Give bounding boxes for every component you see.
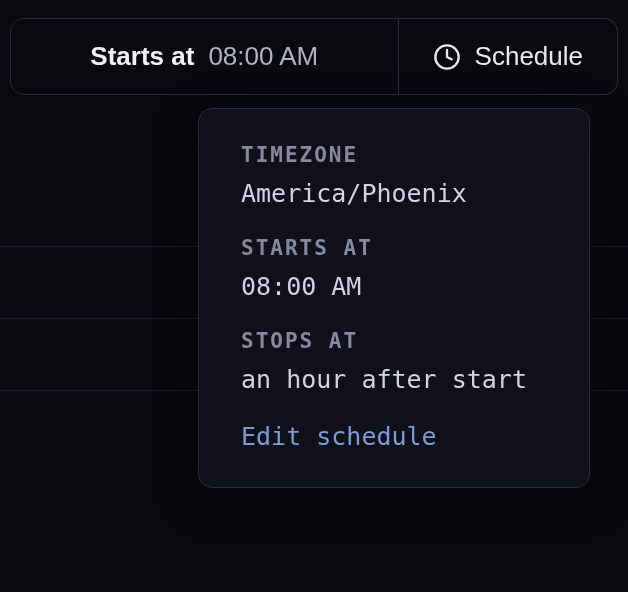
stops-at-section: STOPS AT an hour after start — [241, 329, 547, 394]
starts-at-popover-label: STARTS AT — [241, 236, 547, 260]
timezone-section: TIMEZONE America/Phoenix — [241, 143, 547, 208]
starts-at-button[interactable]: Starts at 08:00 AM — [10, 18, 399, 95]
schedule-button[interactable]: Schedule — [399, 18, 618, 95]
starts-at-popover-value: 08:00 AM — [241, 272, 547, 301]
starts-at-time: 08:00 AM — [208, 41, 318, 72]
edit-schedule-link[interactable]: Edit schedule — [241, 422, 547, 451]
schedule-popover: TIMEZONE America/Phoenix STARTS AT 08:00… — [198, 108, 590, 488]
schedule-button-label: Schedule — [475, 41, 583, 72]
starts-at-section: STARTS AT 08:00 AM — [241, 236, 547, 301]
stops-at-label: STOPS AT — [241, 329, 547, 353]
timezone-label: TIMEZONE — [241, 143, 547, 167]
toolbar: Starts at 08:00 AM Schedule — [10, 18, 618, 95]
clock-icon — [433, 43, 461, 71]
starts-at-label: Starts at — [90, 41, 194, 72]
stops-at-value: an hour after start — [241, 365, 547, 394]
timezone-value: America/Phoenix — [241, 179, 547, 208]
